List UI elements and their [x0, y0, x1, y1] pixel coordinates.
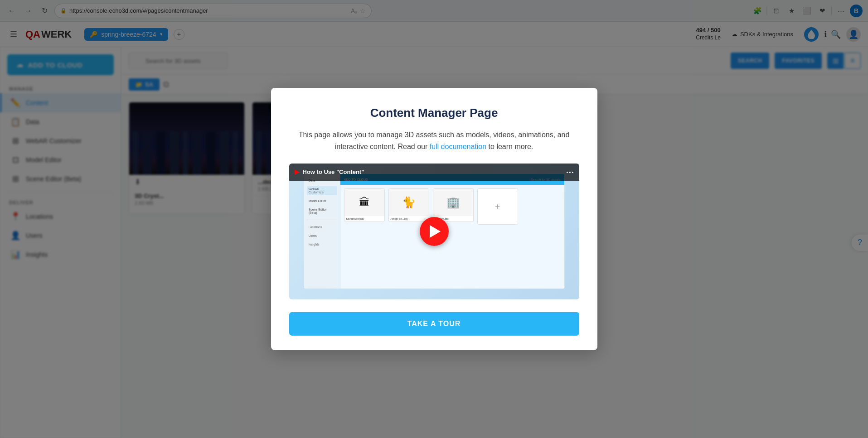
mini-divider	[307, 220, 337, 220]
content-manager-modal: Content Manager Page This page allows yo…	[271, 88, 597, 350]
mini-menu-scene: Scene Editor (Beta)	[307, 207, 337, 216]
youtube-logo: ▶	[295, 168, 299, 175]
mini-card-thumb-1: 🏛	[344, 189, 384, 216]
modal-title: Content Manager Page	[289, 106, 579, 120]
modal-desc-text2: to learn more.	[486, 143, 533, 150]
video-main-area: ADD TO CLOUD Search for 3D assets 🏛 Skys…	[340, 174, 564, 289]
play-triangle	[430, 225, 441, 238]
mini-asset-card-1: 🏛 Skyscraper.obj	[344, 188, 385, 222]
mini-card-name-1: Skyscraper.obj	[344, 216, 384, 221]
video-container[interactable]: Data WebAR Customizer Model Editor Scene…	[289, 164, 579, 299]
take-tour-button[interactable]: TAKE A TOUR	[289, 312, 579, 336]
video-title-text: How to Use "Content"	[303, 168, 364, 175]
mini-menu-model: Model Editor	[307, 198, 337, 204]
play-button[interactable]	[420, 217, 449, 246]
mini-card-thumb-2: 🐈	[389, 189, 429, 216]
mini-card-name-2: ArcticFox...obj	[389, 216, 429, 221]
video-mini-sidebar: Data WebAR Customizer Model Editor Scene…	[304, 174, 340, 289]
mini-menu-locations: Locations	[307, 224, 337, 230]
modal-description: This page allows you to manage 3D assets…	[289, 129, 579, 152]
video-mini-content: 🏛 Skyscraper.obj 🐈 ArcticFox...obj 🏢 art…	[340, 185, 564, 289]
mini-asset-card-2: 🐈 ArcticFox...obj	[388, 188, 429, 222]
mini-asset-card-3: 🏢 artment.obj	[433, 188, 474, 222]
modal-docs-link[interactable]: full documenation	[430, 143, 486, 150]
mini-menu-insights: Insights	[307, 241, 337, 247]
mini-add-card: +	[477, 188, 518, 225]
modal-overlay[interactable]: Content Manager Page This page allows yo…	[0, 0, 868, 438]
mini-menu-users: Users	[307, 233, 337, 239]
video-options-icon[interactable]: ⋯	[566, 167, 574, 177]
mini-card-thumb-3: 🏢	[433, 189, 473, 216]
mini-menu-webar: WebAR Customizer	[307, 186, 337, 195]
video-title-bar: ▶ How to Use "Content" ⋯	[289, 164, 579, 181]
